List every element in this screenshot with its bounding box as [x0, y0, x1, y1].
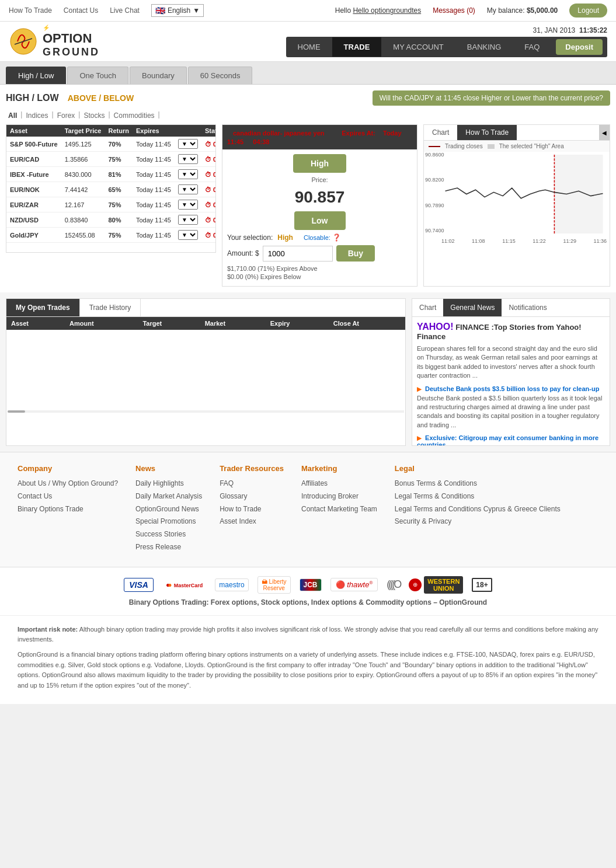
- tab-notifications[interactable]: Notifications: [502, 299, 554, 316]
- username-link[interactable]: Hello optiongroundtes: [353, 6, 421, 15]
- messages-link[interactable]: Messages (0): [433, 6, 475, 15]
- contact-us-link[interactable]: Contact Us: [64, 6, 98, 15]
- tab-boundary[interactable]: Boundary: [130, 67, 187, 84]
- table-row[interactable]: EUR/NOK 7.44142 65% Today 11:45 ▼ ⏱ 04:3…: [6, 182, 216, 197]
- how-to-trade-link[interactable]: How To Trade: [9, 6, 52, 15]
- asset-return: 70%: [105, 137, 133, 152]
- footer-links: Company About Us / Why Option Ground? Co…: [0, 452, 616, 567]
- trades-col-target: Target: [138, 317, 200, 330]
- footer-legal-terms[interactable]: Legal Terms & Conditions: [395, 491, 561, 501]
- tab-general-news[interactable]: General News: [443, 299, 502, 316]
- footer-legal-terms-cyprus[interactable]: Legal Terms and Conditions Cyprus & Gree…: [395, 504, 561, 514]
- closable-link[interactable]: Closable:: [304, 234, 330, 241]
- news-tabs: Chart General News Notifications: [412, 299, 610, 317]
- footer-optionground-news[interactable]: OptionGround News: [135, 504, 202, 514]
- footer-faq[interactable]: FAQ: [220, 479, 284, 489]
- news-item-1: ▶ Deutsche Bank posts $3.5 billion loss …: [417, 385, 605, 430]
- tab-one-touch[interactable]: One Touch: [67, 67, 128, 84]
- logout-button[interactable]: Logout: [569, 4, 607, 18]
- tab-60-seconds[interactable]: 60 Seconds: [188, 67, 253, 84]
- footer-bonus-terms[interactable]: Bonus Terms & Conditions: [395, 479, 561, 489]
- table-row[interactable]: EUR/CAD 1.35866 75% Today 11:45 ▼ ⏱ 04:3…: [6, 152, 216, 167]
- nav-banking[interactable]: BANKING: [455, 37, 513, 57]
- filter-stocks[interactable]: Stocks: [81, 110, 107, 121]
- trade-panel-title: canadian dollar- japanese yen: [233, 130, 325, 137]
- asset-status: ⏱ 04:38: [201, 167, 216, 182]
- visa-icon: VISA: [124, 578, 154, 592]
- footer-contact-us[interactable]: Contact Us: [18, 491, 118, 501]
- footer-daily-market[interactable]: Daily Market Analysis: [135, 491, 202, 501]
- footer-affiliates[interactable]: Affiliates: [301, 479, 377, 489]
- asset-expires-dropdown[interactable]: ▼: [175, 152, 201, 167]
- filter-commodities[interactable]: Commodities: [112, 110, 157, 121]
- asset-status: ⏱ 04:38: [201, 212, 216, 228]
- filter-all[interactable]: All: [6, 110, 19, 121]
- table-row[interactable]: Gold/JPY 152455.08 75% Today 11:45 ▼ ⏱ 0…: [6, 228, 216, 243]
- tab-high-low[interactable]: High / Low: [6, 67, 66, 84]
- trades-body: Asset Amount Target Market Expiry Close …: [6, 317, 405, 410]
- asset-expires-dropdown[interactable]: ▼: [175, 137, 201, 152]
- footer-security-privacy[interactable]: Security & Privacy: [395, 517, 561, 527]
- asset-name: NZD/USD: [6, 212, 61, 228]
- asset-return: 80%: [105, 212, 133, 228]
- jcb-icon: JCB: [300, 578, 322, 591]
- main-header: ⚡ OPTION GROUND 31, JAN 2013 11:35:22 HO…: [0, 22, 616, 62]
- risk-note-label: Important risk note:: [18, 626, 78, 633]
- nav-my-account[interactable]: MY ACCOUNT: [381, 37, 455, 57]
- tab-open-trades[interactable]: My Open Trades: [6, 299, 80, 316]
- footer-success-stories[interactable]: Success Stories: [135, 529, 202, 539]
- footer-daily-highlights[interactable]: Daily Highlights: [135, 479, 202, 489]
- asset-expires-dropdown[interactable]: ▼: [175, 182, 201, 197]
- footer-col-company: Company About Us / Why Option Ground? Co…: [18, 464, 118, 555]
- col-expires: Expires: [133, 125, 201, 137]
- asset-price: 8430.000: [61, 167, 105, 182]
- yahoo-header: YAHOO! FINANCE :Top Stories from Yahoo! …: [417, 322, 605, 341]
- asset-expires-dropdown[interactable]: ▼: [175, 167, 201, 182]
- news-link-1[interactable]: ▶ Deutsche Bank posts $3.5 billion loss …: [417, 385, 605, 392]
- live-chat-link[interactable]: Live Chat: [110, 6, 140, 15]
- buy-button[interactable]: Buy: [336, 245, 375, 262]
- col-asset: Asset: [6, 125, 61, 137]
- footer-introducing-broker[interactable]: Introducing Broker: [301, 491, 377, 501]
- table-row[interactable]: S&P 500-Future 1495.125 70% Today 11:45 …: [6, 137, 216, 152]
- rss-icon-1: ▶: [417, 386, 422, 392]
- balance-display: My balance: $5,000.00: [487, 6, 558, 15]
- chart-scroll-right[interactable]: ◀: [599, 125, 610, 140]
- asset-expires-dropdown[interactable]: ▼: [175, 228, 201, 243]
- deposit-button[interactable]: Deposit: [556, 39, 603, 55]
- news-item-2: ▶ Exclusive: Citigroup may exit consumer…: [417, 434, 605, 445]
- asset-status: ⏱ 04:38: [201, 152, 216, 167]
- table-row[interactable]: IBEX -Future 8430.000 81% Today 11:45 ▼ …: [6, 167, 216, 182]
- news-link-2[interactable]: ▶ Exclusive: Citigroup may exit consumer…: [417, 434, 605, 445]
- nav-faq[interactable]: FAQ: [513, 37, 551, 57]
- tab-trade-history[interactable]: Trade History: [80, 299, 141, 316]
- asset-expires-dropdown[interactable]: ▼: [175, 197, 201, 212]
- footer-press-release[interactable]: Press Release: [135, 542, 202, 552]
- footer-how-to-trade[interactable]: How to Trade: [220, 504, 284, 514]
- filter-forex[interactable]: Forex: [55, 110, 78, 121]
- high-button[interactable]: High: [293, 154, 346, 173]
- filter-indices[interactable]: Indices: [23, 110, 50, 121]
- rss-icon-2: ▶: [417, 435, 422, 441]
- footer-about-us[interactable]: About Us / Why Option Ground?: [18, 479, 118, 489]
- footer-binary-trade[interactable]: Binary Options Trade: [18, 504, 118, 514]
- footer-contact-marketing[interactable]: Contact Marketing Team: [301, 504, 377, 514]
- amount-input[interactable]: [263, 246, 333, 262]
- asset-expires-dropdown[interactable]: ▼: [175, 212, 201, 228]
- x-label-6: 11:36: [593, 238, 607, 244]
- low-button[interactable]: Low: [294, 211, 346, 230]
- table-row[interactable]: EUR/ZAR 12.167 75% Today 11:45 ▼ ⏱ 04:38: [6, 197, 216, 212]
- footer-special-promotions[interactable]: Special Promotions: [135, 517, 202, 527]
- language-selector[interactable]: 🇬🇧 English ▼: [151, 4, 204, 17]
- tab-chart[interactable]: Chart: [424, 125, 457, 140]
- asset-return: 75%: [105, 197, 133, 212]
- nav-home[interactable]: HOME: [286, 37, 332, 57]
- tab-how-to-trade[interactable]: How To Trade: [457, 125, 517, 140]
- nav-trade[interactable]: TRADE: [332, 37, 382, 57]
- footer-news-heading: News: [135, 464, 202, 473]
- tab-news-chart[interactable]: Chart: [412, 299, 443, 316]
- footer-glossary[interactable]: Glossary: [220, 491, 284, 501]
- table-row[interactable]: NZD/USD 0.83840 80% Today 11:45 ▼ ⏱ 04:3…: [6, 212, 216, 228]
- footer-asset-index[interactable]: Asset Index: [220, 517, 284, 527]
- amount-row: Amount: $ Buy: [227, 245, 412, 262]
